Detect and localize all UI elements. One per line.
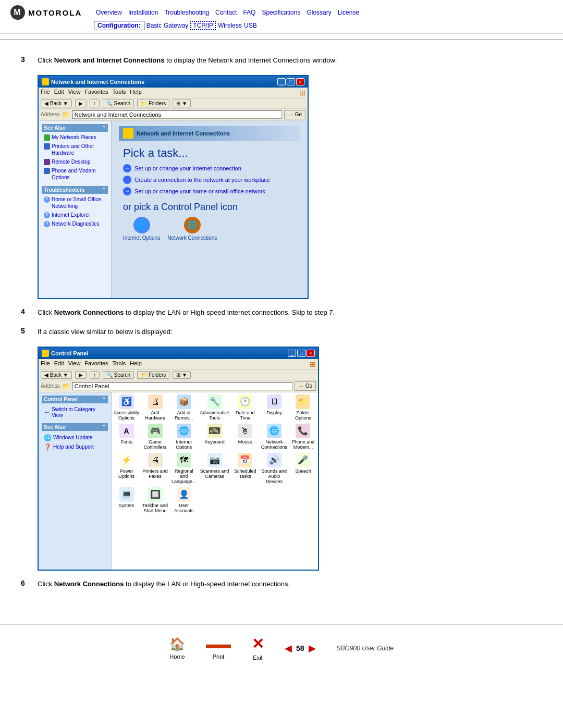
address-input-2[interactable]: Control Panel	[72, 382, 292, 390]
nav-installation[interactable]: Installation	[126, 8, 160, 17]
internet-options-icon[interactable]: 🌐 Internet Options	[123, 217, 160, 241]
cp-add-hardware[interactable]: 🖨 Add Hardware	[142, 394, 168, 421]
cp-menu-help[interactable]: Help	[130, 360, 142, 368]
switch-to-category[interactable]: ↔ Switch to Category View	[42, 405, 108, 419]
sidebar-home-networking[interactable]: ? Home or Small Office Networking	[42, 195, 108, 211]
sidebar-phone-modem[interactable]: Phone and Modem Options	[42, 166, 108, 182]
xp-menubar-2: File Edit View Favorites Tools Help ⊞	[39, 359, 318, 370]
print-nav[interactable]: ▬▬ Print	[206, 637, 231, 660]
cp-back-button[interactable]: ◀ Back ▼	[41, 371, 72, 379]
cp-scheduled-tasks[interactable]: 📅 Scheduled Tasks	[232, 453, 258, 484]
sidebar-internet-explorer-ts[interactable]: ? Internet Explorer	[42, 211, 108, 219]
menu-view[interactable]: View	[68, 89, 81, 97]
cp-date-time[interactable]: 🕐 Date and Time	[232, 394, 258, 421]
task-arrow-3: →	[123, 187, 131, 195]
cp-menu-view[interactable]: View	[68, 360, 81, 368]
nav-usb[interactable]: USB	[244, 22, 257, 29]
up-button[interactable]: ↑	[90, 100, 100, 107]
menu-help[interactable]: Help	[130, 89, 142, 97]
cp-folders-button[interactable]: 📁 Folders	[137, 371, 169, 379]
cp-mouse[interactable]: 🖱 Mouse	[232, 424, 258, 450]
cp-accessibility[interactable]: ♿ Accessibility Options	[114, 394, 139, 421]
network-connections-icon[interactable]: 🌐 Network Connections	[167, 217, 217, 241]
cp-phone-modem[interactable]: 📞 Phone and Modem...	[290, 424, 316, 450]
forward-button[interactable]: ▶	[75, 100, 87, 107]
nav-glossary[interactable]: Glossary	[304, 8, 333, 17]
nav-gateway[interactable]: Gateway	[164, 22, 188, 29]
cp-add-remove[interactable]: 📦 Add or Remov...	[171, 394, 197, 421]
folders-button[interactable]: 📁 Folders	[137, 100, 169, 107]
nav-basic[interactable]: Basic	[146, 22, 162, 29]
cp-display[interactable]: 🖥 Display	[261, 394, 287, 421]
menu-tools[interactable]: Tools	[113, 89, 126, 97]
cp-regional-language[interactable]: 🗺 Regional and Language...	[171, 453, 197, 484]
go-button-2[interactable]: → Go	[295, 381, 316, 391]
view-button[interactable]: ⊞ ▼	[173, 100, 191, 107]
nav-contact[interactable]: Contact	[213, 8, 239, 17]
cp-up-button[interactable]: ↑	[90, 371, 100, 379]
cp-taskbar[interactable]: 🔲 Taskbar and Start Menu	[142, 487, 168, 513]
xp-cp-close[interactable]: ×	[307, 350, 315, 357]
cp-admin-tools[interactable]: 🔧 Administrative Tools	[200, 394, 229, 421]
xp-cp-window: Control Panel _ □ × File Edit View Favor…	[38, 347, 319, 571]
xp-cp-maximize[interactable]: □	[297, 350, 305, 357]
cp-folder-options[interactable]: 📁 Folder Options	[290, 394, 316, 421]
scanners-cameras-icon: 📷	[207, 453, 222, 467]
sidebar-my-network[interactable]: My Network Places	[42, 133, 108, 142]
sidebar-remote-desktop[interactable]: Remote Desktop	[42, 157, 108, 166]
cp-network-connections[interactable]: 🌐 Network Connections	[261, 424, 287, 450]
menu-file[interactable]: File	[41, 89, 50, 97]
cp-menu-favorites[interactable]: Favorites	[84, 360, 108, 368]
cp-view-button[interactable]: ⊞ ▼	[173, 371, 191, 379]
search-button[interactable]: 🔍 Search	[103, 100, 134, 107]
cp-forward-button[interactable]: ▶	[75, 371, 87, 379]
step-3-bold: Network and Internet Connections	[54, 56, 165, 64]
menu-edit[interactable]: Edit	[54, 89, 64, 97]
xp-minimize-button[interactable]: _	[277, 78, 286, 85]
sidebar-printers[interactable]: Printers and Other Hardware	[42, 142, 108, 157]
cp-search-button[interactable]: 🔍 Search	[103, 371, 134, 379]
xp-close-button[interactable]: ×	[296, 78, 304, 85]
nav-wireless[interactable]: Wireless	[218, 22, 242, 29]
nav-license[interactable]: License	[336, 8, 361, 17]
cp-scanners-cameras[interactable]: 📷 Scanners and Cameras	[200, 453, 229, 484]
cp-menu-edit[interactable]: Edit	[54, 360, 64, 368]
sidebar-network-diagnostics[interactable]: ? Network Diagnostics	[42, 219, 108, 228]
prev-page-arrow[interactable]: ◀	[285, 643, 292, 654]
task-link-1[interactable]: → Set up or change your Internet connect…	[123, 164, 296, 172]
xp-maximize-button[interactable]: □	[287, 78, 295, 85]
next-page-arrow[interactable]: ▶	[309, 643, 316, 654]
cp-internet-options[interactable]: 🌐 Internet Options	[171, 424, 197, 450]
windows-update[interactable]: 🌐 Windows Update	[42, 433, 108, 442]
help-support[interactable]: ❓ Help and Support	[42, 442, 108, 452]
xp-cp-minimize[interactable]: _	[288, 350, 296, 357]
task-link-2[interactable]: → Create a connection to the network at …	[123, 176, 296, 184]
cp-menu-file[interactable]: File	[41, 360, 50, 368]
cp-address-icon: 📁	[62, 382, 70, 390]
cp-system[interactable]: 💻 System	[114, 487, 139, 513]
nav-specifications[interactable]: Specifications	[260, 8, 302, 17]
cp-game-controllers[interactable]: 🎮 Game Controllers	[142, 424, 168, 450]
nav-faq[interactable]: FAQ	[241, 8, 258, 17]
task-link-3[interactable]: → Set up or change your home or small of…	[123, 187, 296, 195]
cp-power-options[interactable]: ⚡ Power Options	[114, 453, 139, 484]
exit-nav[interactable]: ✕ Exit	[252, 635, 264, 661]
nav-overview[interactable]: Overview	[94, 8, 124, 17]
go-button-1[interactable]: → Go	[284, 110, 305, 119]
cp-sounds-audio[interactable]: 🔊 Sounds and Audio Devices	[261, 453, 287, 484]
cp-user-accounts[interactable]: 👤 User Accounts	[171, 487, 197, 513]
nav-links: Overview Installation Troubleshooting Co…	[94, 8, 361, 17]
back-button[interactable]: ◀ Back ▼	[41, 100, 72, 107]
nav-tcpip[interactable]: TCP/IP	[190, 21, 216, 30]
step-4-bold: Network Connections	[54, 309, 124, 316]
menu-favorites[interactable]: Favorites	[84, 89, 108, 97]
cp-menu-tools[interactable]: Tools	[113, 360, 126, 368]
cp-keyboard[interactable]: ⌨ Keyboard	[200, 424, 229, 450]
address-input-1[interactable]: Network and Internet Connections	[72, 110, 282, 119]
cp-printers-faxes[interactable]: 🖨 Printers and Faxes	[142, 453, 168, 484]
cp-fonts[interactable]: A Fonts	[114, 424, 139, 450]
home-nav[interactable]: 🏠 Home	[169, 637, 185, 660]
cp-speech[interactable]: 🎤 Speech	[290, 453, 316, 484]
sidebar-section-see-also: See Also ⌃	[42, 124, 108, 132]
nav-troubleshooting[interactable]: Troubleshooting	[162, 8, 211, 17]
